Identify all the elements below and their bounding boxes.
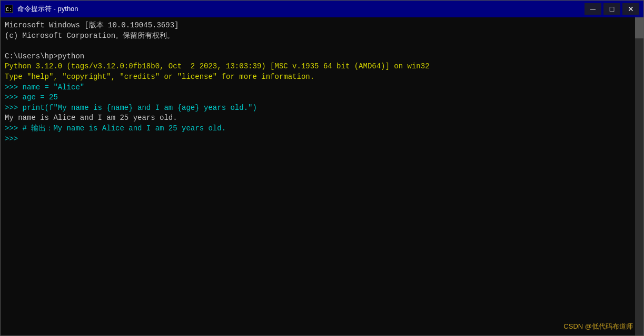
console-line bbox=[5, 41, 639, 52]
minimize-button[interactable]: ─ bbox=[584, 3, 601, 15]
cmd-icon: C:\ bbox=[5, 5, 13, 13]
console-line: >>> print(f"My name is {name} and I am {… bbox=[5, 103, 639, 114]
console-line: C:\Users\hp>python bbox=[5, 52, 639, 62]
console-line: Python 3.12.0 (tags/v3.12.0:0fb18b0, Oct… bbox=[5, 62, 639, 72]
console-line: Type "help", "copyright", "credits" or "… bbox=[5, 72, 639, 83]
console-line: >>> bbox=[5, 134, 639, 145]
close-button[interactable]: ✕ bbox=[622, 3, 639, 15]
maximize-button[interactable]: □ bbox=[603, 3, 620, 15]
console-output: Microsoft Windows [版本 10.0.19045.3693](c… bbox=[5, 21, 639, 155]
console-line: (c) Microsoft Corporation。保留所有权利。 bbox=[5, 31, 639, 42]
console-line: >>> # 输出：My name is Alice and I am 25 ye… bbox=[5, 124, 639, 134]
window-title: 命令提示符 - python bbox=[17, 4, 78, 14]
console-line: >>> name = "Alice" bbox=[5, 83, 639, 93]
console-line: My name is Alice and I am 25 years old. bbox=[5, 113, 639, 124]
scrollbar[interactable] bbox=[635, 17, 643, 335]
title-bar-left: C:\ 命令提示符 - python bbox=[5, 4, 78, 14]
cmd-window: C:\ 命令提示符 - python ─ □ ✕ Microsoft Windo… bbox=[0, 0, 644, 336]
scrollbar-thumb[interactable] bbox=[635, 17, 643, 38]
title-bar: C:\ 命令提示符 - python ─ □ ✕ bbox=[1, 1, 643, 17]
console-line: Microsoft Windows [版本 10.0.19045.3693] bbox=[5, 21, 639, 31]
window-controls: ─ □ ✕ bbox=[584, 3, 639, 15]
watermark: CSDN @低代码布道师 bbox=[563, 322, 633, 331]
console-line: >>> age = 25 bbox=[5, 93, 639, 103]
svg-text:C:\: C:\ bbox=[6, 7, 13, 13]
console-line bbox=[5, 144, 639, 155]
console-area[interactable]: Microsoft Windows [版本 10.0.19045.3693](c… bbox=[1, 17, 643, 335]
